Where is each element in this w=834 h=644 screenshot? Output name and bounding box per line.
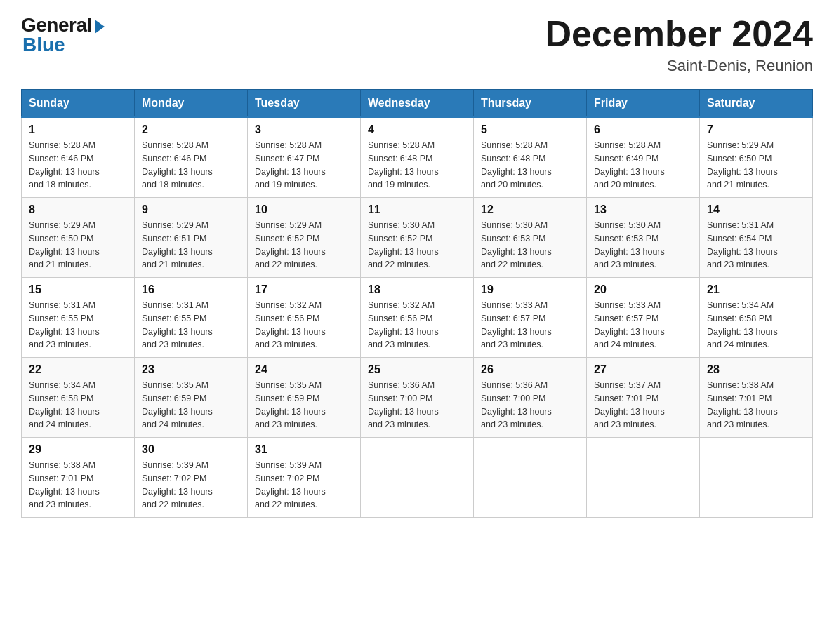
header-wednesday: Wednesday bbox=[361, 90, 474, 118]
day-number: 17 bbox=[255, 283, 353, 296]
calendar-cell: 3Sunrise: 5:28 AMSunset: 6:47 PMDaylight… bbox=[248, 117, 361, 198]
calendar-cell: 12Sunrise: 5:30 AMSunset: 6:53 PMDayligh… bbox=[474, 198, 587, 278]
day-info: Sunrise: 5:29 AMSunset: 6:51 PMDaylight:… bbox=[142, 219, 240, 271]
day-info: Sunrise: 5:34 AMSunset: 6:58 PMDaylight:… bbox=[29, 379, 127, 431]
calendar-cell: 11Sunrise: 5:30 AMSunset: 6:52 PMDayligh… bbox=[361, 198, 474, 278]
calendar-header-row: SundayMondayTuesdayWednesdayThursdayFrid… bbox=[22, 90, 813, 118]
day-info: Sunrise: 5:28 AMSunset: 6:48 PMDaylight:… bbox=[481, 139, 579, 192]
day-number: 15 bbox=[29, 283, 127, 296]
calendar-cell: 31Sunrise: 5:39 AMSunset: 7:02 PMDayligh… bbox=[248, 438, 361, 518]
calendar-cell: 16Sunrise: 5:31 AMSunset: 6:55 PMDayligh… bbox=[135, 278, 248, 358]
logo-blue: Blue bbox=[22, 34, 65, 56]
header-sunday: Sunday bbox=[22, 90, 135, 118]
calendar-week-row: 8Sunrise: 5:29 AMSunset: 6:50 PMDaylight… bbox=[22, 198, 813, 278]
logo-triangle-icon bbox=[95, 20, 105, 34]
day-info: Sunrise: 5:31 AMSunset: 6:54 PMDaylight:… bbox=[707, 219, 805, 271]
calendar-cell: 4Sunrise: 5:28 AMSunset: 6:48 PMDaylight… bbox=[361, 117, 474, 198]
calendar-cell: 30Sunrise: 5:39 AMSunset: 7:02 PMDayligh… bbox=[135, 438, 248, 518]
day-info: Sunrise: 5:31 AMSunset: 6:55 PMDaylight:… bbox=[29, 299, 127, 351]
day-info: Sunrise: 5:28 AMSunset: 6:48 PMDaylight:… bbox=[368, 139, 466, 192]
day-number: 6 bbox=[594, 123, 692, 136]
day-number: 23 bbox=[142, 363, 240, 376]
day-info: Sunrise: 5:36 AMSunset: 7:00 PMDaylight:… bbox=[368, 379, 466, 431]
day-info: Sunrise: 5:28 AMSunset: 6:46 PMDaylight:… bbox=[29, 139, 127, 192]
calendar-week-row: 22Sunrise: 5:34 AMSunset: 6:58 PMDayligh… bbox=[22, 358, 813, 438]
day-number: 18 bbox=[368, 283, 466, 296]
calendar-cell: 7Sunrise: 5:29 AMSunset: 6:50 PMDaylight… bbox=[700, 117, 813, 198]
calendar-cell: 29Sunrise: 5:38 AMSunset: 7:01 PMDayligh… bbox=[22, 438, 135, 518]
calendar-cell: 14Sunrise: 5:31 AMSunset: 6:54 PMDayligh… bbox=[700, 198, 813, 278]
calendar-week-row: 1Sunrise: 5:28 AMSunset: 6:46 PMDaylight… bbox=[22, 117, 813, 198]
day-info: Sunrise: 5:37 AMSunset: 7:01 PMDaylight:… bbox=[594, 379, 692, 431]
day-number: 19 bbox=[481, 283, 579, 296]
day-info: Sunrise: 5:35 AMSunset: 6:59 PMDaylight:… bbox=[142, 379, 240, 431]
day-info: Sunrise: 5:29 AMSunset: 6:50 PMDaylight:… bbox=[707, 139, 805, 192]
calendar-cell: 15Sunrise: 5:31 AMSunset: 6:55 PMDayligh… bbox=[22, 278, 135, 358]
calendar-week-row: 29Sunrise: 5:38 AMSunset: 7:01 PMDayligh… bbox=[22, 438, 813, 518]
header-friday: Friday bbox=[587, 90, 700, 118]
calendar-cell: 22Sunrise: 5:34 AMSunset: 6:58 PMDayligh… bbox=[22, 358, 135, 438]
day-number: 21 bbox=[707, 283, 805, 296]
header-thursday: Thursday bbox=[474, 90, 587, 118]
calendar-week-row: 15Sunrise: 5:31 AMSunset: 6:55 PMDayligh… bbox=[22, 278, 813, 358]
calendar-cell: 13Sunrise: 5:30 AMSunset: 6:53 PMDayligh… bbox=[587, 198, 700, 278]
day-number: 27 bbox=[594, 363, 692, 376]
calendar-cell: 8Sunrise: 5:29 AMSunset: 6:50 PMDaylight… bbox=[22, 198, 135, 278]
calendar-cell: 1Sunrise: 5:28 AMSunset: 6:46 PMDaylight… bbox=[22, 117, 135, 198]
day-number: 29 bbox=[29, 443, 127, 456]
day-number: 3 bbox=[255, 123, 353, 136]
calendar-table: SundayMondayTuesdayWednesdayThursdayFrid… bbox=[21, 89, 813, 518]
day-number: 5 bbox=[481, 123, 579, 136]
day-number: 11 bbox=[368, 203, 466, 216]
day-info: Sunrise: 5:30 AMSunset: 6:52 PMDaylight:… bbox=[368, 219, 466, 271]
calendar-cell: 24Sunrise: 5:35 AMSunset: 6:59 PMDayligh… bbox=[248, 358, 361, 438]
day-number: 14 bbox=[707, 203, 805, 216]
day-info: Sunrise: 5:39 AMSunset: 7:02 PMDaylight:… bbox=[142, 459, 240, 511]
page-subtitle: Saint-Denis, Reunion bbox=[545, 57, 813, 75]
calendar-cell: 2Sunrise: 5:28 AMSunset: 6:46 PMDaylight… bbox=[135, 117, 248, 198]
day-number: 30 bbox=[142, 443, 240, 456]
day-number: 2 bbox=[142, 123, 240, 136]
calendar-cell bbox=[700, 438, 813, 518]
day-info: Sunrise: 5:32 AMSunset: 6:56 PMDaylight:… bbox=[255, 299, 353, 351]
day-info: Sunrise: 5:39 AMSunset: 7:02 PMDaylight:… bbox=[255, 459, 353, 511]
day-info: Sunrise: 5:33 AMSunset: 6:57 PMDaylight:… bbox=[481, 299, 579, 351]
day-number: 26 bbox=[481, 363, 579, 376]
header-saturday: Saturday bbox=[700, 90, 813, 118]
calendar-cell: 21Sunrise: 5:34 AMSunset: 6:58 PMDayligh… bbox=[700, 278, 813, 358]
calendar-cell bbox=[474, 438, 587, 518]
day-number: 7 bbox=[707, 123, 805, 136]
day-info: Sunrise: 5:28 AMSunset: 6:46 PMDaylight:… bbox=[142, 139, 240, 192]
day-number: 10 bbox=[255, 203, 353, 216]
day-info: Sunrise: 5:30 AMSunset: 6:53 PMDaylight:… bbox=[594, 219, 692, 271]
day-number: 1 bbox=[29, 123, 127, 136]
day-number: 9 bbox=[142, 203, 240, 216]
page-header: General Blue December 2024 Saint-Denis, … bbox=[21, 14, 813, 75]
day-number: 8 bbox=[29, 203, 127, 216]
day-number: 16 bbox=[142, 283, 240, 296]
day-number: 28 bbox=[707, 363, 805, 376]
header-tuesday: Tuesday bbox=[248, 90, 361, 118]
day-number: 25 bbox=[368, 363, 466, 376]
day-info: Sunrise: 5:32 AMSunset: 6:56 PMDaylight:… bbox=[368, 299, 466, 351]
calendar-cell: 28Sunrise: 5:38 AMSunset: 7:01 PMDayligh… bbox=[700, 358, 813, 438]
calendar-cell bbox=[587, 438, 700, 518]
day-info: Sunrise: 5:30 AMSunset: 6:53 PMDaylight:… bbox=[481, 219, 579, 271]
day-info: Sunrise: 5:28 AMSunset: 6:47 PMDaylight:… bbox=[255, 139, 353, 192]
title-block: December 2024 Saint-Denis, Reunion bbox=[545, 14, 813, 75]
calendar-cell: 20Sunrise: 5:33 AMSunset: 6:57 PMDayligh… bbox=[587, 278, 700, 358]
calendar-cell: 27Sunrise: 5:37 AMSunset: 7:01 PMDayligh… bbox=[587, 358, 700, 438]
calendar-cell: 17Sunrise: 5:32 AMSunset: 6:56 PMDayligh… bbox=[248, 278, 361, 358]
day-info: Sunrise: 5:34 AMSunset: 6:58 PMDaylight:… bbox=[707, 299, 805, 351]
calendar-cell: 25Sunrise: 5:36 AMSunset: 7:00 PMDayligh… bbox=[361, 358, 474, 438]
day-info: Sunrise: 5:36 AMSunset: 7:00 PMDaylight:… bbox=[481, 379, 579, 431]
calendar-cell: 10Sunrise: 5:29 AMSunset: 6:52 PMDayligh… bbox=[248, 198, 361, 278]
day-number: 12 bbox=[481, 203, 579, 216]
day-info: Sunrise: 5:29 AMSunset: 6:50 PMDaylight:… bbox=[29, 219, 127, 271]
day-info: Sunrise: 5:35 AMSunset: 6:59 PMDaylight:… bbox=[255, 379, 353, 431]
calendar-cell: 6Sunrise: 5:28 AMSunset: 6:49 PMDaylight… bbox=[587, 117, 700, 198]
day-number: 13 bbox=[594, 203, 692, 216]
day-number: 24 bbox=[255, 363, 353, 376]
day-number: 20 bbox=[594, 283, 692, 296]
day-info: Sunrise: 5:29 AMSunset: 6:52 PMDaylight:… bbox=[255, 219, 353, 271]
